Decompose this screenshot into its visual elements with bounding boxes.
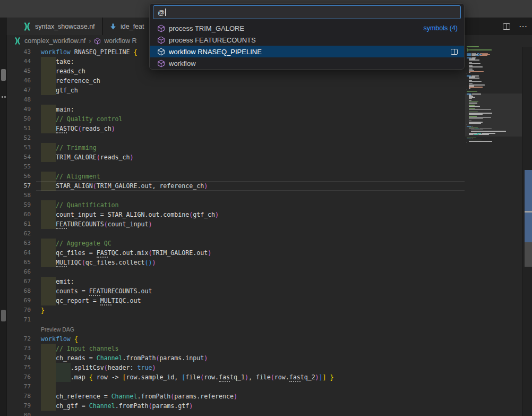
- vertical-scrollbar[interactable]: [522, 47, 532, 416]
- code-line[interactable]: 63 // Aggregate QC: [7, 239, 465, 248]
- line-number: 68: [7, 286, 31, 296]
- line-number: 77: [7, 382, 31, 392]
- code-line[interactable]: 72workflow {: [7, 334, 465, 344]
- indent-guide-block: [41, 372, 56, 382]
- text-cursor: [165, 9, 166, 16]
- indent-guide-block: [41, 105, 56, 114]
- code-text: qc_files = FASTQC.out.mix(TRIM_GALORE.ou…: [41, 248, 211, 258]
- quickpick-query: @: [158, 9, 165, 16]
- indent-guide-block: [41, 219, 56, 229]
- quickpick-item-label: process FEATURECOUNTS: [169, 36, 458, 44]
- code-line[interactable]: 80: [7, 411, 465, 416]
- minimap[interactable]: [465, 46, 522, 416]
- indent-guide-block: [41, 124, 56, 133]
- code-line[interactable]: 77: [7, 382, 465, 392]
- open-to-side-icon[interactable]: [451, 49, 458, 55]
- quickpick-item[interactable]: workflow RNASEQ_PIPELINE: [150, 46, 464, 57]
- code-line[interactable]: 51 FASTQC(reads_ch): [7, 124, 465, 133]
- code-line[interactable]: 48: [7, 95, 465, 105]
- line-number: 69: [7, 296, 31, 305]
- line-number: 44: [7, 57, 31, 66]
- code-text: workflow RNASEQ_PIPELINE {: [41, 47, 138, 57]
- download-arrow-icon: [109, 23, 117, 30]
- codelens-preview-dag[interactable]: Preview DAG: [41, 325, 74, 334]
- code-line[interactable]: 54 TRIM_GALORE(reads_ch): [7, 152, 465, 162]
- code-line[interactable]: 47 gtf_ch: [7, 86, 465, 95]
- code-line[interactable]: 62: [7, 229, 465, 239]
- code-line[interactable]: 49 main:: [7, 105, 465, 114]
- code-text: gtf_ch: [41, 86, 78, 95]
- line-number: 58: [7, 191, 31, 200]
- vscode-window: syntax_showcase.nf ide_feat ⋯ complex_wo…: [0, 0, 532, 416]
- line-number: 53: [7, 143, 31, 152]
- breadcrumb-file[interactable]: complex_workflow.nf: [24, 37, 85, 45]
- more-actions-icon[interactable]: ⋯: [519, 24, 528, 29]
- code-text: reference_ch: [41, 76, 100, 86]
- code-text: ch_reads = Channel.fromPath(params.input…: [41, 353, 208, 363]
- code-line[interactable]: 70}: [7, 305, 465, 315]
- line-number: 72: [7, 334, 31, 344]
- line-number: 65: [7, 258, 31, 267]
- code-line[interactable]: 56 // Alignment: [7, 172, 465, 181]
- code-line[interactable]: 55: [7, 162, 465, 172]
- code-line[interactable]: 65 MULTIQC(qc_files.collect()): [7, 258, 465, 267]
- code-text: ch_reference = Channel.fromPath(params.r…: [41, 392, 237, 401]
- scrollbar-slider-secondary[interactable]: [525, 242, 532, 267]
- minimap-slider[interactable]: [465, 94, 522, 137]
- code-line[interactable]: 50 // Quality control: [7, 114, 465, 124]
- line-number: 59: [7, 200, 31, 210]
- quickpick-item[interactable]: process TRIM_GALOREsymbols (4): [150, 22, 464, 34]
- quickpick-item[interactable]: workflow: [150, 57, 464, 69]
- code-line[interactable]: 61 FEATURECOUNTS(count_input): [7, 219, 465, 229]
- scrollbar-slider[interactable]: [525, 170, 532, 242]
- minimap-line: [467, 46, 479, 47]
- code-line[interactable]: 57 STAR_ALIGN(TRIM_GALORE.out, reference…: [7, 181, 465, 191]
- quickpick-item[interactable]: process FEATURECOUNTS: [150, 34, 464, 46]
- code-line[interactable]: 68 counts = FEATURECOUNTS.out: [7, 286, 465, 296]
- nextflow-logo-icon: [14, 37, 21, 45]
- minimap-line: [467, 81, 482, 82]
- code-line[interactable]: 58: [7, 191, 465, 200]
- indent-guide-block: [41, 392, 56, 401]
- code-line[interactable]: 67 emit:: [7, 277, 465, 286]
- code-text: .map { row -> [row.sample_id, [file(row.…: [41, 372, 334, 382]
- line-number: 46: [7, 76, 31, 86]
- code-line[interactable]: 66: [7, 267, 465, 277]
- code-line[interactable]: 75 .splitCsv(header: true): [7, 363, 465, 372]
- code-editor[interactable]: 43workflow RNASEQ_PIPELINE {44 take:45 r…: [7, 47, 465, 416]
- breadcrumb-symbol[interactable]: workflow R: [104, 37, 136, 45]
- split-editor-icon[interactable]: [503, 23, 510, 30]
- quickpick-item-label: workflow: [169, 60, 458, 67]
- code-line[interactable]: 59 // Quantification: [7, 200, 465, 210]
- line-number: 71: [7, 315, 31, 325]
- code-line[interactable]: 64 qc_files = FASTQC.out.mix(TRIM_GALORE…: [7, 248, 465, 258]
- code-text: emit:: [41, 277, 74, 286]
- minimap-line: [467, 141, 493, 142]
- line-number: 73: [7, 344, 31, 353]
- minimap-line: [467, 91, 478, 92]
- quickpick-input[interactable]: @: [153, 5, 461, 19]
- indent-guide-block: [41, 363, 56, 372]
- code-line[interactable]: 79 ch_gtf = Channel.fromPath(params.gtf): [7, 401, 465, 411]
- indent-guide-block: [41, 172, 56, 181]
- indent-guide-block: [41, 114, 56, 124]
- code-line[interactable]: 69 qc_report = MULTIQC.out: [7, 296, 465, 305]
- code-line[interactable]: 76 .map { row -> [row.sample_id, [file(r…: [7, 372, 465, 382]
- code-line[interactable]: 78 ch_reference = Channel.fromPath(param…: [7, 392, 465, 401]
- code-line[interactable]: 73 // Input channels: [7, 344, 465, 353]
- code-line[interactable]: 60 count_input = STAR_ALIGN.out.combine(…: [7, 210, 465, 219]
- nextflow-logo-icon: [23, 22, 31, 31]
- code-line[interactable]: 74 ch_reads = Channel.fromPath(params.in…: [7, 353, 465, 363]
- code-line[interactable]: 46 reference_ch: [7, 76, 465, 86]
- indent-guide-block: [41, 57, 56, 66]
- code-text: // Quality control: [41, 114, 123, 124]
- tab-syntax-showcase[interactable]: syntax_showcase.nf: [7, 18, 102, 35]
- code-text: counts = FEATURECOUNTS.out: [41, 286, 152, 296]
- code-line[interactable]: 52: [7, 133, 465, 143]
- rail-decoration: [1, 310, 6, 321]
- code-line[interactable]: 71: [7, 315, 465, 325]
- tab-label: ide_feat: [121, 23, 144, 30]
- line-number: 62: [7, 229, 31, 239]
- indent-guide-block: [41, 239, 56, 248]
- code-line[interactable]: 53 // Trimming: [7, 143, 465, 152]
